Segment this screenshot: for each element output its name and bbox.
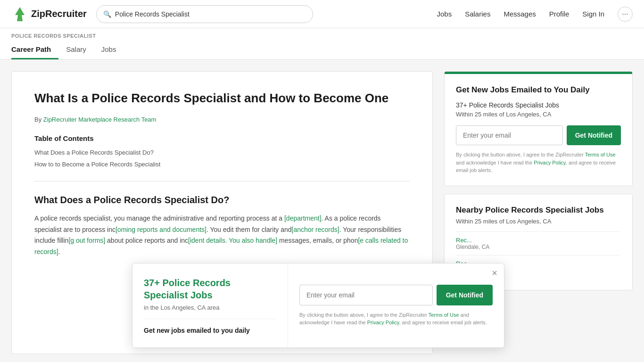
tab-jobs[interactable]: Jobs	[101, 41, 124, 59]
header-nav: Jobs Salaries Messages Profile Sign In ·…	[437, 7, 633, 22]
nav-jobs[interactable]: Jobs	[437, 10, 452, 18]
tab-salary[interactable]: Salary	[66, 41, 94, 59]
more-button[interactable]: ···	[618, 7, 633, 22]
page-title: POLICE RECORDS SPECIALIST	[11, 28, 633, 39]
author-link[interactable]: ZipRecruiter Marketplace Research Team	[43, 116, 157, 123]
card-location: Within 25 miles of Los Angeles, CA	[456, 111, 621, 118]
privacy-link[interactable]: Privacy Policy	[534, 160, 566, 165]
popup-close-button[interactable]: ×	[492, 268, 497, 278]
popup-email-row: Get Notified	[299, 285, 493, 305]
logo[interactable]: ZipRecruiter	[11, 6, 87, 23]
popup-location: in the Los Angeles, CA area	[144, 304, 276, 319]
popup-disclaimer: By clicking the button above, I agree to…	[299, 311, 493, 327]
search-input[interactable]	[115, 10, 306, 18]
toc-item-1[interactable]: What Does a Police Records Specialist Do…	[34, 149, 410, 156]
tabs: Career Path Salary Jobs	[11, 41, 633, 59]
get-notified-button[interactable]: Get Notified	[567, 125, 621, 145]
card-job-count: 37+ Police Records Specialist Jobs	[456, 101, 621, 109]
nav-profile[interactable]: Profile	[549, 10, 570, 18]
logo-text: ZipRecruiter	[31, 8, 87, 19]
section1-body: A police records specialist, you manage …	[34, 213, 410, 258]
nearby-location: Within 25 miles of Los Angeles, CA	[456, 218, 621, 225]
divider	[34, 181, 410, 181]
card-title-email: Get New Jobs Emailed to You Daily	[456, 85, 621, 95]
author-prefix: By	[34, 116, 41, 123]
logo-icon	[11, 6, 28, 23]
header: ZipRecruiter 🔍 Jobs Salaries Messages Pr…	[0, 0, 644, 28]
job-city-1: Glendale, CA	[456, 244, 621, 250]
popup-terms-link[interactable]: Terms of Use	[429, 312, 459, 318]
section1-title: What Does a Police Records Specialist Do…	[34, 195, 410, 206]
nearby-title: Nearby Police Records Specialist Jobs	[456, 206, 621, 215]
popup-right: Get Notified By clicking the button abov…	[288, 263, 504, 347]
popup-privacy-link[interactable]: Privacy Policy	[367, 320, 399, 325]
job-link-1[interactable]: Rec...	[456, 237, 472, 244]
popup-daily-label: Get new jobs emailed to you daily	[144, 327, 276, 334]
search-bar[interactable]: 🔍	[96, 5, 313, 23]
popup: × 37+ Police Records Specialist Jobs in …	[132, 263, 504, 348]
toc-item-2[interactable]: How to to Become a Police Records Specia…	[34, 161, 410, 168]
email-row: Get Notified	[456, 125, 621, 145]
toc-title: Table of Contents	[34, 134, 410, 142]
job-item-1: Rec... Glendale, CA	[456, 231, 621, 255]
tab-career-path[interactable]: Career Path	[11, 41, 58, 59]
popup-get-notified-button[interactable]: Get Notified	[437, 285, 493, 305]
popup-left: 37+ Police Records Specialist Jobs in th…	[132, 263, 288, 347]
author-line: By ZipRecruiter Marketplace Research Tea…	[34, 116, 410, 123]
nav-messages[interactable]: Messages	[504, 10, 536, 18]
popup-email-input[interactable]	[299, 285, 433, 305]
sub-header: POLICE RECORDS SPECIALIST Career Path Sa…	[0, 28, 644, 60]
nav-signin[interactable]: Sign In	[582, 10, 604, 18]
search-icon: 🔍	[103, 10, 111, 18]
card-disclaimer: By clicking the button above, I agree to…	[456, 151, 621, 174]
article-title: What Is a Police Records Specialist and …	[34, 90, 410, 107]
nav-salaries[interactable]: Salaries	[465, 10, 490, 18]
email-input[interactable]	[456, 125, 563, 145]
card-body-email: Get New Jobs Emailed to You Daily 37+ Po…	[445, 74, 632, 186]
email-jobs-card: Get New Jobs Emailed to You Daily 37+ Po…	[444, 71, 633, 186]
popup-job-title: 37+ Police Records Specialist Jobs	[144, 277, 276, 301]
terms-link[interactable]: Terms of Use	[585, 152, 616, 157]
